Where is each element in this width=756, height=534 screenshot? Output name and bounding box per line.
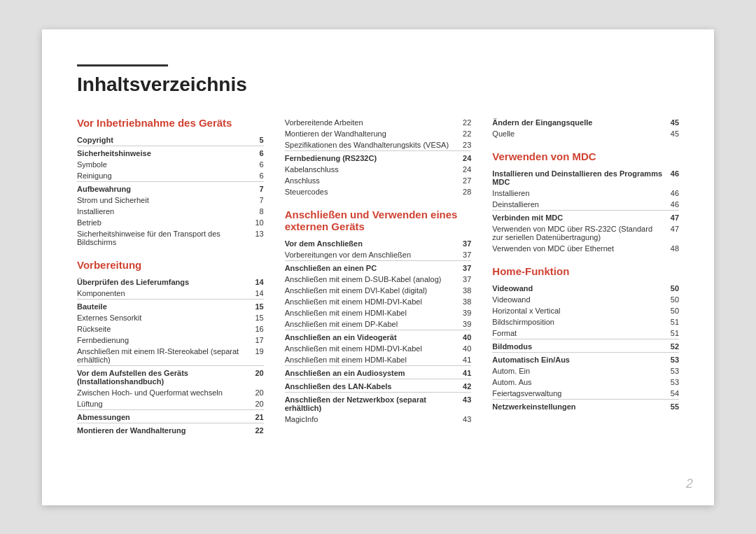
table-row: Format51 [492, 328, 679, 339]
row-number: 5 [248, 134, 264, 146]
row-number: 20 [248, 387, 264, 398]
table-row: Bildschirmposition51 [492, 316, 679, 328]
row-label: Installieren und Deinstallieren des Prog… [492, 168, 664, 188]
row-number: 55 [650, 399, 679, 412]
section-title: Vor Inbetriebnahme des Geräts [77, 117, 264, 129]
row-number: 21 [248, 409, 264, 423]
toc-table: Vor dem Anschließen37Vorbereitungen vor … [285, 238, 472, 425]
toc-table: Copyright5Sicherheitshinweise6Symbole6Re… [77, 134, 264, 248]
row-label: Verwenden von MDC über RS-232C (Standard… [492, 223, 664, 243]
table-row: Abmessungen21 [77, 409, 264, 423]
row-label: Anschließen mit einem HDMI-DVI-Kabel [285, 343, 456, 354]
row-number: 41 [456, 354, 471, 366]
row-number: 46 [664, 188, 679, 199]
table-row: Copyright5 [77, 134, 264, 146]
table-row: Anschließen mit einem DVI-Kabel (digital… [285, 285, 472, 296]
row-label: Verbinden mit MDC [492, 210, 664, 223]
row-number: 51 [650, 328, 679, 339]
row-number: 45 [654, 117, 679, 128]
column-2: Vorbereitende Arbeiten22Montieren der Wa… [285, 117, 493, 436]
table-row: Anschließen an ein Videogerät40 [285, 330, 472, 343]
row-label: Montieren der Wandhalterung [77, 423, 248, 436]
row-label: Überprüfen des Lieferumfangs [77, 276, 248, 288]
table-row: Externes Sensorkit15 [77, 312, 264, 323]
row-number: 37 [456, 249, 471, 261]
toc-table: Ändern der Eingangsquelle45Quelle45 [492, 117, 679, 139]
row-label: Vorbereitungen vor dem Anschließen [285, 249, 456, 261]
table-row: Horizontal x Vertical50 [492, 305, 679, 316]
section-title: Home-Funktion [492, 265, 679, 277]
table-row: Zwischen Hoch- und Querformat wechseln20 [77, 387, 264, 398]
section-title: Verwenden von MDC [492, 150, 679, 162]
table-row: Anschluss27 [285, 175, 472, 186]
table-row: Anschließen mit einem HDMI-DVI-Kabel40 [285, 343, 472, 354]
table-row: Autom. Aus53 [492, 377, 679, 388]
table-row: Überprüfen des Lieferumfangs14 [77, 276, 264, 288]
table-row: Anschließen an ein Audiosystem41 [285, 365, 472, 379]
row-label: Anschließen mit einem DP-Kabel [285, 318, 456, 330]
row-number: 27 [455, 175, 471, 186]
row-number: 37 [456, 238, 471, 249]
table-row: Anschließen an einen PC37 [285, 260, 472, 274]
row-label: Rückseite [77, 323, 248, 335]
table-row: Quelle45 [492, 128, 679, 139]
table-row: Anschließen des LAN-Kabels42 [285, 379, 472, 392]
row-label: Anschließen mit einem HDMI-Kabel [285, 307, 456, 318]
row-number: 6 [248, 159, 264, 170]
row-label: Horizontal x Vertical [492, 305, 650, 316]
table-row: Sicherheitshinweise für den Transport de… [77, 228, 264, 248]
row-label: Fernbedienung [77, 335, 248, 346]
table-row: Feiertagsverwaltung54 [492, 388, 679, 400]
row-number: 28 [455, 186, 471, 197]
row-number: 50 [650, 305, 679, 316]
row-label: Anschließen mit einem IR-Stereokabel (se… [77, 346, 248, 366]
row-label: Bauteile [77, 299, 248, 312]
row-number: 6 [248, 170, 264, 182]
row-number: 47 [664, 223, 679, 243]
row-label: Sicherheitshinweise [77, 146, 248, 159]
table-row: Installieren8 [77, 206, 264, 217]
table-row: Verbinden mit MDC47 [492, 210, 679, 223]
row-number: 7 [248, 181, 264, 195]
row-number: 24 [455, 150, 471, 164]
table-row: Lüftung20 [77, 398, 264, 410]
table-row: Vor dem Anschließen37 [285, 238, 472, 249]
row-number: 7 [248, 195, 264, 206]
column-1: Vor Inbetriebnahme des GerätsCopyright5S… [77, 117, 285, 436]
row-number: 53 [650, 365, 679, 377]
row-label: Fernbedienung (RS232C) [285, 150, 456, 164]
section-title: Anschließen und Verwenden eines externen… [285, 209, 472, 232]
row-label: Anschluss [285, 175, 456, 186]
table-row: Videowand50 [492, 294, 679, 305]
table-row: Montieren der Wandhalterung22 [77, 423, 264, 436]
row-label: Spezifikationen des Wandhalterungskits (… [285, 139, 456, 151]
row-number: 54 [650, 388, 679, 400]
column-3: Ändern der Eingangsquelle45Quelle45Verwe… [492, 117, 679, 436]
row-label: Anschließen mit einem HDMI-DVI-Kabel [285, 296, 456, 307]
row-number: 22 [455, 117, 471, 128]
row-number: 39 [456, 318, 471, 330]
row-number: 14 [248, 276, 264, 288]
table-row: MagicInfo43 [285, 414, 472, 425]
table-row: Symbole6 [77, 159, 264, 170]
row-number: 45 [654, 128, 679, 139]
row-number: 40 [456, 330, 471, 343]
table-row: Reinigung6 [77, 170, 264, 182]
row-label: Deinstallieren [492, 199, 664, 211]
row-number: 16 [248, 323, 264, 335]
row-number: 6 [248, 146, 264, 159]
row-label: Symbole [77, 159, 248, 170]
row-number: 13 [248, 228, 264, 248]
row-number: 23 [455, 139, 471, 151]
table-row: Anschließen mit einem HDMI-Kabel39 [285, 307, 472, 318]
row-number: 40 [456, 343, 471, 354]
row-number: 15 [248, 299, 264, 312]
table-row: Vorbereitende Arbeiten22 [285, 117, 472, 128]
row-label: Format [492, 328, 650, 339]
table-row: Rückseite16 [77, 323, 264, 335]
row-label: Kabelanschluss [285, 164, 456, 175]
table-row: Anschließen mit einem HDMI-DVI-Kabel38 [285, 296, 472, 307]
table-row: Betrieb10 [77, 217, 264, 228]
row-label: Feiertagsverwaltung [492, 388, 650, 400]
row-number: 50 [650, 283, 679, 294]
